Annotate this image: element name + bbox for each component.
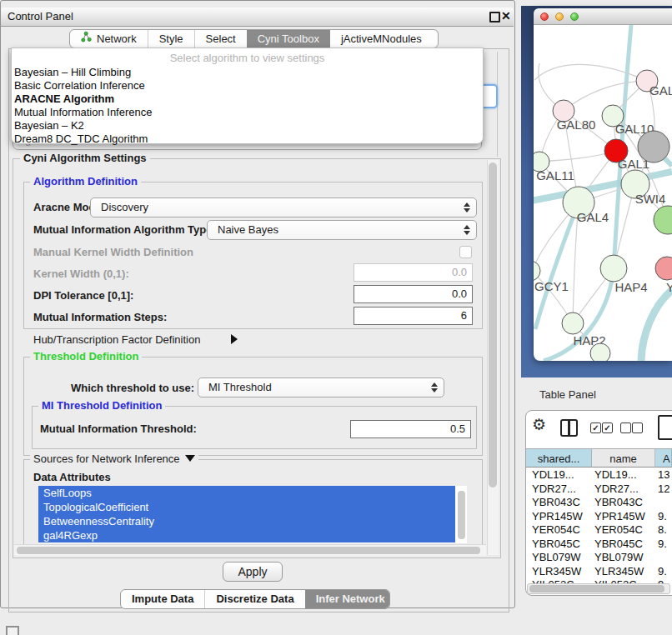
tab-select[interactable]: Select [194,30,247,48]
select-all-checkbox-icon[interactable]: ✓ [590,422,601,433]
gear-icon[interactable]: ⚙ [532,416,546,434]
mi-type-select[interactable]: Naive Bayes [207,220,477,240]
mi-threshold-title: MI Threshold Definition [38,400,165,412]
algorithm-option[interactable]: Basic Correlation Inference [12,79,483,92]
window-minimize-icon[interactable] [555,12,564,21]
tab-infer-network[interactable]: Infer Network [305,590,390,608]
attribute-item[interactable]: SelfLoops [38,486,455,500]
algorithm-option[interactable]: Dream8 DC_TDC Algorithm [12,132,483,146]
tab-network[interactable]: Network [70,30,148,48]
dpi-tolerance-field[interactable]: 0.0 [354,285,473,303]
network-node[interactable] [654,206,672,234]
table-cell[interactable]: 13 [655,468,669,482]
tab-style[interactable]: Style [148,30,194,48]
table-cell[interactable]: YDR27... [526,482,592,497]
table-cell[interactable]: YBR043C [592,496,655,510]
close-icon[interactable]: ✕ [501,9,511,22]
window-close-icon[interactable] [540,12,549,21]
tab-impute-data[interactable]: Impute Data [121,590,204,608]
settings-vscroll-thumb[interactable] [489,162,497,488]
network-view-titlebar[interactable] [534,8,672,25]
algorithm-option[interactable]: Mutual Information Inference [12,106,483,119]
table-cell[interactable]: YDL19... [592,468,655,482]
table-hscroll-thumb[interactable] [529,585,664,592]
hub-expand-icon[interactable] [231,334,238,344]
table-row[interactable]: YLR345WYLR345W9. [526,565,672,579]
table-cell[interactable]: YPR145W [592,510,655,524]
mi-steps-field[interactable]: 6 [354,307,473,325]
screen: Control Panel ✕ Network Style Select Cyn… [0,0,672,635]
deselect-all-checkbox-icon[interactable] [632,422,643,433]
data-attributes-list[interactable]: SelfLoopsTopologicalCoefficientBetweenne… [38,486,455,543]
select-all-checkbox-icon[interactable]: ✓ [602,422,613,433]
kernel-width-label: Kernel Width (0,1): [33,268,129,281]
combo-spinner-icon [463,223,469,237]
table-cell[interactable]: YBR043C [526,496,592,510]
control-panel-titlebar[interactable] [1,8,514,27]
which-threshold-select[interactable]: MI Threshold [198,378,444,398]
table-cell[interactable]: YBL079W [526,551,592,565]
attributes-scroll-thumb[interactable] [458,491,465,539]
float-window-icon[interactable] [489,12,500,22]
window-zoom-icon[interactable] [570,12,579,21]
table-cell[interactable]: YDL19... [526,468,592,482]
table-row[interactable]: YDR27...YDR27...12 [526,482,672,497]
which-threshold-label: Which threshold to use: [71,382,194,395]
network-node[interactable] [562,312,584,334]
deselect-all-checkbox-icon[interactable] [620,422,631,433]
document-icon[interactable] [658,415,672,440]
table-cell[interactable]: YLR345W [592,565,655,579]
table-row[interactable]: YPR145WYPR145W9. [526,510,672,524]
table-cell[interactable]: 9. [655,510,667,524]
minimized-widget-icon[interactable] [6,626,19,635]
algorithm-dropdown-placeholder: Select algorithm to view settings [12,48,483,66]
table-cell[interactable]: YBR045C [526,538,592,552]
table-cell[interactable]: 9. [655,538,667,552]
apply-button[interactable]: Apply [223,562,283,582]
table-cell[interactable]: YLR345W [526,565,592,579]
network-node[interactable] [590,343,610,361]
attribute-item[interactable]: TopologicalCoefficient [38,500,455,514]
table-row[interactable]: YBR045CYBR045C9. [526,538,672,552]
node-label: SWI4 [635,192,666,206]
table-cell[interactable]: YPR145W [526,510,592,524]
tab-cyni-toolbox[interactable]: Cyni Toolbox [247,30,330,48]
column-header-shared[interactable]: shared... [526,448,592,468]
column-header-name[interactable]: name [592,448,655,468]
table-row[interactable]: YER054CYER054C8. [526,523,672,538]
table-cell[interactable]: 12 [655,482,669,497]
network-node[interactable] [600,255,627,282]
attribute-item[interactable]: gal4RGexp [38,528,455,542]
settings-hscroll-thumb[interactable] [17,547,480,554]
network-node[interactable] [638,131,669,162]
hub-definition-label[interactable]: Hub/Transcription Factor Definition [33,333,200,347]
column-layout-icon[interactable] [560,419,578,437]
table-cell[interactable]: YER054C [592,523,655,538]
attribute-item[interactable]: BetweennessCentrality [38,514,455,528]
table-cell[interactable]: YDR27... [592,482,655,497]
algorithm-option[interactable]: ARACNE Algorithm [12,92,483,106]
tab-jactivemnodules[interactable]: jActiveMNodules [330,30,433,48]
kernel-width-field[interactable]: 0.0 [354,263,473,282]
algorithm-option[interactable]: Bayesian – K2 [12,119,483,132]
node-table[interactable]: YDL19...YDL19...13YDR27...YDR27...12YBR0… [526,468,672,583]
algorithm-option[interactable]: Bayesian – Hill Climbing [12,66,483,79]
aracne-mode-select[interactable]: Discovery [90,198,477,218]
mi-threshold-field[interactable]: 0.5 [350,420,471,438]
table-cell[interactable]: YBL079W [592,551,655,565]
network-node[interactable] [655,257,672,280]
table-row[interactable]: YBR043CYBR043C [526,496,672,510]
table-cell[interactable]: YBR045C [592,538,655,552]
tab-discretize-data[interactable]: Discretize Data [204,590,304,608]
table-cell[interactable]: 8. [655,523,667,538]
sources-title[interactable]: Sources for Network Inference [30,453,198,465]
node-label: HAP4 [614,280,647,294]
table-cell[interactable]: YER054C [526,523,592,538]
table-row[interactable]: YDL19...YDL19...13 [526,468,672,482]
sources-collapse-icon[interactable] [185,455,195,462]
table-cell[interactable]: 9. [655,565,667,579]
table-row[interactable]: YBL079WYBL079W [526,551,672,565]
manual-kernel-checkbox[interactable] [459,246,472,258]
column-header-partial[interactable]: A [655,448,672,468]
network-canvas[interactable]: GALGAL80GAL10GAL1GAL11SWI4GAL4GCY1HAP4YH… [534,25,672,361]
